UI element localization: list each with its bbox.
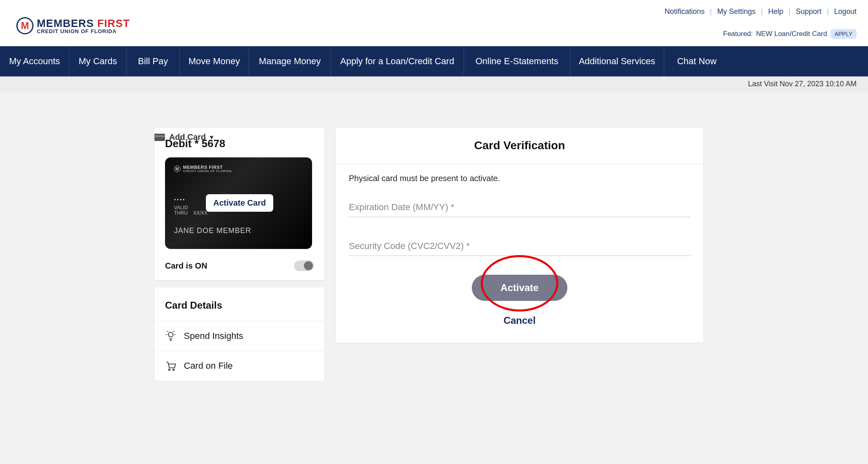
cc-brand-l2: CREDIT UNION OF FLORIDA	[183, 170, 232, 173]
logo-line1-b: FIRST	[97, 17, 130, 29]
featured-label: Featured:	[723, 30, 753, 38]
nav-additional-services[interactable]: Additional Services	[570, 46, 664, 76]
nav-bill-pay[interactable]: Bill Pay	[127, 46, 180, 76]
security-code-input[interactable]	[349, 236, 690, 256]
card-on-toggle[interactable]	[294, 260, 314, 271]
cc-cardholder-name: JANE DOE MEMBER	[174, 226, 303, 235]
detail-label: Card on File	[184, 361, 233, 371]
header-right: Notifications | My Settings | Help | Sup…	[665, 6, 857, 39]
logo[interactable]: M MEMBERS FIRST CREDIT UNION OF FLORIDA	[16, 6, 130, 34]
link-logout[interactable]: Logout	[834, 7, 857, 16]
nav-my-cards[interactable]: My Cards	[69, 46, 127, 76]
card-icon	[154, 134, 165, 141]
expiration-date-input[interactable]	[349, 197, 690, 217]
link-support[interactable]: Support	[796, 7, 821, 16]
cc-exp-mask: XX/XX	[193, 210, 208, 216]
link-my-settings[interactable]: My Settings	[717, 7, 756, 16]
nav-manage-money[interactable]: Manage Money	[249, 46, 331, 76]
separator: |	[710, 7, 712, 16]
toggle-knob	[304, 261, 313, 270]
chevron-down-icon: ▾	[210, 133, 213, 141]
logo-text: MEMBERS FIRST CREDIT UNION OF FLORIDA	[37, 18, 130, 34]
featured-text: NEW Loan/Credit Card	[756, 30, 827, 38]
nav-estatements[interactable]: Online E-Statements	[464, 46, 570, 76]
nav-apply-loan[interactable]: Apply for a Loan/Credit Card	[331, 46, 464, 76]
verification-title: Card Verification	[336, 128, 703, 164]
svg-point-1	[169, 369, 170, 371]
credit-card-visual: M MEMBERS FIRST CREDIT UNION OF FLORIDA …	[165, 157, 312, 249]
header: M MEMBERS FIRST CREDIT UNION OF FLORIDA …	[0, 0, 868, 46]
lightbulb-icon	[165, 330, 176, 342]
detail-label: Spend Insights	[184, 331, 243, 341]
left-column: Debit * 5678 M MEMBERS FIRST CREDIT UNIO…	[154, 128, 324, 381]
cc-brand: M MEMBERS FIRST CREDIT UNION OF FLORIDA	[174, 165, 303, 173]
card-status-row: Card is ON	[165, 260, 314, 271]
nav-move-money[interactable]: Move Money	[180, 46, 249, 76]
svg-point-2	[173, 369, 174, 371]
link-help[interactable]: Help	[768, 7, 783, 16]
top-links: Notifications | My Settings | Help | Sup…	[665, 7, 857, 16]
link-notifications[interactable]: Notifications	[665, 7, 705, 16]
cancel-link[interactable]: Cancel	[349, 315, 690, 326]
card-verification-panel: Card Verification Physical card must be …	[336, 128, 703, 343]
detail-spend-insights[interactable]: Spend Insights	[154, 321, 324, 351]
logo-line1-a: MEMBERS	[37, 17, 97, 29]
card-details-box: Card Details Spend Insights Card on File	[154, 287, 324, 381]
main-content: Debit * 5678 M MEMBERS FIRST CREDIT UNIO…	[0, 92, 868, 381]
detail-card-on-file[interactable]: Card on File	[154, 351, 324, 381]
activate-button-row: Activate	[349, 275, 690, 301]
card-details-title: Card Details	[154, 287, 324, 321]
svg-point-0	[168, 332, 173, 337]
verification-note: Physical card must be present to activat…	[349, 174, 690, 183]
cart-icon	[165, 360, 176, 372]
activate-button[interactable]: Activate	[472, 275, 567, 301]
add-card-dropdown[interactable]: Add Card ▾	[154, 132, 213, 142]
separator: |	[827, 7, 829, 16]
logo-badge-icon: M	[16, 17, 33, 34]
card-status-label: Card is ON	[165, 261, 207, 271]
activate-card-badge[interactable]: Activate Card	[206, 194, 273, 212]
nav-my-accounts[interactable]: My Accounts	[0, 46, 69, 76]
separator: |	[788, 7, 790, 16]
logo-line2: CREDIT UNION OF FLORIDA	[37, 29, 130, 34]
featured-row: Featured: NEW Loan/Credit Card APPLY	[665, 29, 857, 39]
card-summary-box: Debit * 5678 M MEMBERS FIRST CREDIT UNIO…	[154, 128, 324, 280]
add-card-label: Add Card	[169, 132, 206, 142]
nav-chat-now[interactable]: Chat Now	[664, 46, 730, 76]
cc-logo-icon: M	[174, 166, 181, 172]
main-nav: My Accounts My Cards Bill Pay Move Money…	[0, 46, 868, 76]
last-visit-bar: Last Visit Nov 27, 2023 10:10 AM	[0, 76, 868, 92]
apply-button[interactable]: APPLY	[830, 29, 857, 39]
separator: |	[761, 7, 763, 16]
